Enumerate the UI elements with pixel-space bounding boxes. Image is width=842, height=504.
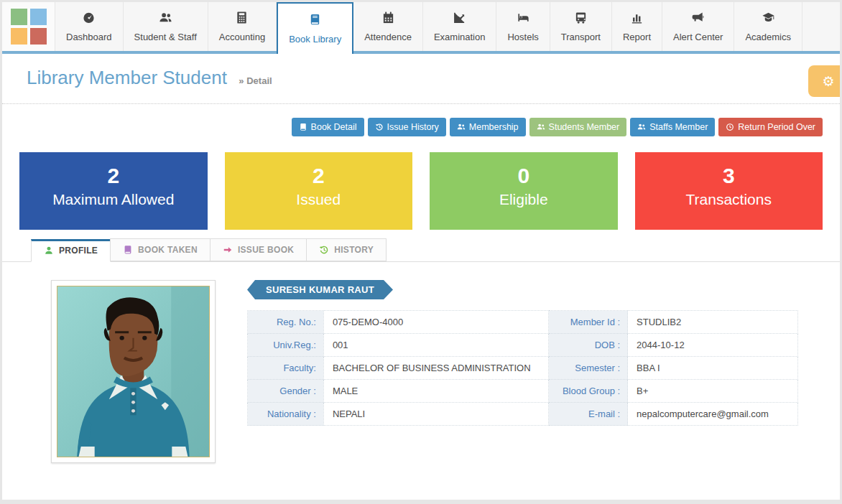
return-period-over-button[interactable]: Return Period Over xyxy=(718,118,823,136)
profile-table: Reg. No.: 075-DEMO-4000 Member Id : STUD… xyxy=(247,310,798,426)
calendar-icon xyxy=(381,11,395,27)
page-header: Library Member Student » Detail xyxy=(2,54,840,104)
table-row: Reg. No.: 075-DEMO-4000 Member Id : STUD… xyxy=(248,311,798,334)
gear-icon: ⚙ xyxy=(822,74,834,89)
stat-label: Transactions xyxy=(635,191,823,208)
users-icon xyxy=(457,123,466,131)
staffs-member-button[interactable]: Staffs Member xyxy=(630,118,715,136)
tab-label: PROFILE xyxy=(59,246,98,256)
stat-value: 3 xyxy=(635,163,823,189)
student-name-ribbon: SURESH KUMAR RAUT xyxy=(247,280,393,299)
bed-icon xyxy=(517,11,530,27)
button-label: Issue History xyxy=(387,122,439,132)
stat-label: Maximum Allowed xyxy=(19,191,208,208)
nav-item-report[interactable]: Report xyxy=(612,2,662,51)
field-value: nepalcomputercare@gmail.com xyxy=(628,403,798,426)
issue-history-button[interactable]: Issue History xyxy=(368,118,446,136)
button-label: Students Member xyxy=(549,122,620,132)
nav-item-academics[interactable]: Academics xyxy=(734,2,802,51)
nav-item-label: Report xyxy=(623,32,651,42)
students-member-button[interactable]: Students Member xyxy=(529,118,627,136)
field-value: MALE xyxy=(323,380,548,403)
tab-label: BOOK TAKEN xyxy=(138,245,198,255)
nav-item-dashboard[interactable]: Dashboard xyxy=(55,2,124,51)
nav-item-examination[interactable]: Examination xyxy=(423,2,497,51)
users-icon xyxy=(159,11,172,27)
dashboard-icon xyxy=(82,11,96,27)
users-icon xyxy=(537,123,545,131)
nav-item-label: Alert Center xyxy=(673,32,723,42)
nav-item-label: Student & Staff xyxy=(134,32,197,42)
field-label: DOB : xyxy=(549,334,628,357)
profile-panel: SURESH KUMAR RAUT Reg. No.: 075-DEMO-400… xyxy=(2,262,840,463)
stat-value: 0 xyxy=(430,163,618,189)
membership-button[interactable]: Membership xyxy=(450,118,526,136)
field-label: Semester : xyxy=(549,357,628,380)
tab-profile[interactable]: PROFILE xyxy=(31,239,111,262)
nav-item-accounting[interactable]: Accounting xyxy=(208,2,277,51)
field-value: B+ xyxy=(628,380,798,403)
book-detail-button[interactable]: Book Detail xyxy=(292,118,364,136)
stat-value: 2 xyxy=(225,163,413,189)
book-icon xyxy=(299,123,307,131)
stat-label: Issued xyxy=(225,191,413,208)
bar-chart-icon xyxy=(630,11,644,27)
logo-squares-icon xyxy=(11,9,47,45)
book-icon xyxy=(123,245,133,255)
table-row: Faculty: BACHELOR OF BUSINESS ADMINISTRA… xyxy=(248,357,798,380)
nav-item-label: Academics xyxy=(745,32,791,42)
user-icon xyxy=(44,246,54,256)
field-label: Faculty: xyxy=(248,357,324,380)
field-label: Reg. No.: xyxy=(248,311,324,334)
calculator-icon xyxy=(235,11,249,27)
field-label: Blood Group : xyxy=(549,380,628,403)
stat-card-eligible[interactable]: 0 Eligible xyxy=(430,152,618,230)
nav-item-transport[interactable]: Transport xyxy=(550,2,612,51)
student-photo xyxy=(51,280,216,463)
field-label: Univ.Reg.: xyxy=(248,334,324,357)
line-chart-icon xyxy=(453,11,466,27)
graduation-cap-icon xyxy=(762,11,775,27)
table-row: Nationality : NEPALI E-mail : nepalcompu… xyxy=(248,403,798,426)
nav-item-label: Transport xyxy=(561,32,601,42)
nav-item-alert-center[interactable]: Alert Center xyxy=(662,2,734,51)
tab-book-taken[interactable]: BOOK TAKEN xyxy=(110,238,210,261)
button-label: Return Period Over xyxy=(738,122,815,132)
field-value: 075-DEMO-4000 xyxy=(323,311,548,334)
tab-history[interactable]: HISTORY xyxy=(306,238,387,261)
nav-item-label: Hostels xyxy=(507,32,538,42)
field-label: E-mail : xyxy=(549,403,628,426)
nav-item-label: Book Library xyxy=(289,34,341,45)
bus-icon xyxy=(574,11,588,27)
tab-label: HISTORY xyxy=(334,245,374,255)
field-value: 001 xyxy=(323,334,548,357)
field-value: 2044-10-12 xyxy=(628,334,798,357)
top-navigation: Dashboard Student & Staff Accounting Boo… xyxy=(2,2,840,54)
nav-item-hostels[interactable]: Hostels xyxy=(496,2,550,51)
student-portrait-image xyxy=(57,286,209,457)
button-label: Membership xyxy=(469,122,519,132)
nav-item-attendence[interactable]: Attendence xyxy=(353,2,423,51)
stat-card-transactions[interactable]: 3 Transactions xyxy=(635,152,823,230)
users-icon xyxy=(637,123,646,131)
field-value: STUDLIB2 xyxy=(628,311,798,334)
toolbar: Book Detail Issue History Membership Stu… xyxy=(2,104,840,136)
nav-item-student-staff[interactable]: Student & Staff xyxy=(124,2,208,51)
stat-card-maximum-allowed[interactable]: 2 Maximum Allowed xyxy=(19,152,208,230)
nav-item-label: Accounting xyxy=(219,32,265,42)
nav-item-label: Attendence xyxy=(364,32,412,42)
page: Dashboard Student & Staff Accounting Boo… xyxy=(2,2,840,500)
tab-issue-book[interactable]: ISSUE BOOK xyxy=(210,238,307,261)
settings-gear-button[interactable]: ⚙ xyxy=(808,65,840,97)
stat-cards: 2 Maximum Allowed 2 Issued 0 Eligible 3 … xyxy=(2,136,840,230)
stat-card-issued[interactable]: 2 Issued xyxy=(225,152,413,230)
bullhorn-icon xyxy=(691,11,705,27)
profile-details: SURESH KUMAR RAUT Reg. No.: 075-DEMO-400… xyxy=(247,280,840,463)
breadcrumb: » Detail xyxy=(239,75,272,86)
app-window: Dashboard Student & Staff Accounting Boo… xyxy=(0,0,842,504)
table-row: Univ.Reg.: 001 DOB : 2044-10-12 xyxy=(248,334,798,357)
app-logo[interactable] xyxy=(2,2,55,51)
button-label: Book Detail xyxy=(311,122,357,132)
book-icon xyxy=(308,13,322,29)
nav-item-book-library[interactable]: Book Library xyxy=(277,2,353,54)
